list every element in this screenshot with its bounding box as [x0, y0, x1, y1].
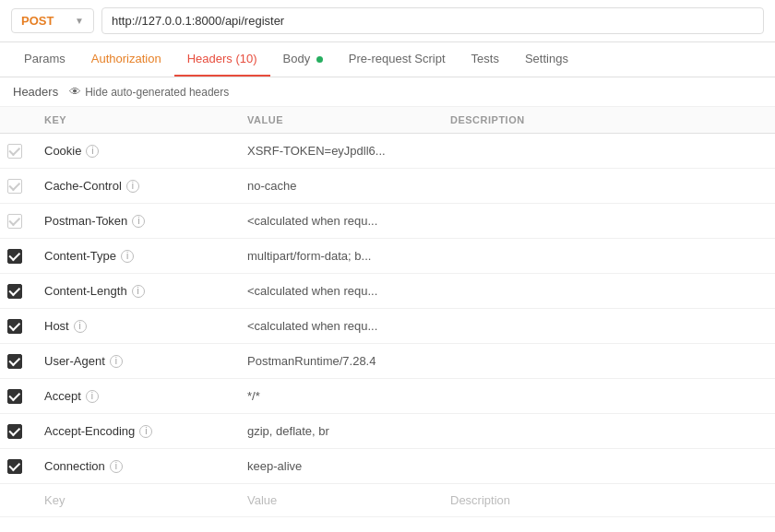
row-1-key: Cache-Control i [37, 171, 240, 200]
row-9-value: keep-alive [240, 452, 443, 480]
row-7-key: Accept i [37, 382, 240, 410]
row-8-description [443, 424, 775, 439]
headers-table: KEY VALUE DESCRIPTION Cookie i XSRF-TOKE… [0, 107, 775, 517]
top-bar: POST ▼ [0, 0, 775, 42]
table-empty-row: Key Value Description [0, 484, 775, 517]
row-5-checkbox-cell [0, 312, 37, 341]
row-0-key: Cookie i [37, 136, 240, 165]
table-row: Cookie i XSRF-TOKEN=eyJpdll6... [0, 134, 775, 169]
row-6-checkbox[interactable] [7, 354, 22, 369]
row-3-description [443, 249, 775, 264]
row-0-info-icon[interactable]: i [86, 145, 99, 158]
row-1-checkbox[interactable] [7, 179, 22, 194]
row-6-description [443, 354, 775, 369]
method-label: POST [21, 14, 54, 28]
table-row: Postman-Token i <calculated when requ... [0, 204, 775, 239]
row-6-checkbox-cell [0, 347, 37, 376]
eye-icon: 👁 [69, 85, 81, 99]
row-2-checkbox[interactable] [7, 214, 22, 229]
tab-params[interactable]: Params [11, 42, 78, 77]
row-1-info-icon[interactable]: i [126, 180, 139, 193]
tab-pre-request[interactable]: Pre-request Script [336, 42, 459, 77]
table-row: Content-Type i multipart/form-data; b... [0, 239, 775, 274]
row-7-value: */* [240, 382, 443, 410]
col-header-description: DESCRIPTION [443, 114, 775, 125]
row-5-value: <calculated when requ... [240, 312, 443, 340]
row-4-checkbox[interactable] [7, 284, 22, 299]
table-row: Host i <calculated when requ... [0, 309, 775, 344]
toggle-label: Hide auto-generated headers [85, 86, 229, 99]
row-9-description [443, 459, 775, 474]
row-1-value: no-cache [240, 171, 443, 200]
col-header-checkbox [0, 114, 37, 125]
row-7-checkbox-cell [0, 382, 37, 411]
table-header-row: KEY VALUE DESCRIPTION [0, 107, 775, 134]
row-4-description [443, 284, 775, 299]
table-row: Connection i keep-alive [0, 449, 775, 484]
tab-headers[interactable]: Headers (10) [174, 42, 270, 77]
tab-bar: Params Authorization Headers (10) Body P… [0, 42, 775, 77]
row-8-checkbox-cell [0, 417, 37, 446]
row-5-checkbox[interactable] [7, 319, 22, 334]
sub-header-label: Headers [13, 85, 58, 99]
row-2-info-icon[interactable]: i [132, 215, 145, 228]
row-2-value: <calculated when requ... [240, 207, 443, 235]
row-8-value: gzip, deflate, br [240, 417, 443, 445]
row-9-checkbox[interactable] [7, 459, 22, 474]
row-4-info-icon[interactable]: i [132, 285, 145, 298]
row-4-key: Content-Length i [37, 277, 240, 305]
tab-body[interactable]: Body [270, 42, 336, 77]
row-3-checkbox[interactable] [7, 249, 22, 264]
body-dot-indicator [316, 56, 323, 63]
tab-tests[interactable]: Tests [459, 42, 512, 77]
method-chevron-icon: ▼ [75, 16, 84, 26]
row-0-checkbox[interactable] [7, 144, 22, 159]
url-input[interactable] [101, 7, 764, 34]
row-6-value: PostmanRuntime/7.28.4 [240, 347, 443, 375]
col-header-key: KEY [37, 114, 240, 125]
row-2-description [443, 214, 775, 229]
row-2-checkbox-cell [0, 207, 37, 236]
row-1-description [443, 179, 775, 194]
empty-checkbox-cell [0, 493, 37, 508]
row-9-checkbox-cell [0, 452, 37, 481]
row-8-checkbox[interactable] [7, 424, 22, 439]
row-5-info-icon[interactable]: i [74, 320, 87, 333]
row-6-info-icon[interactable]: i [110, 355, 123, 368]
table-row: Cache-Control i no-cache [0, 169, 775, 204]
row-6-key: User-Agent i [37, 347, 240, 375]
row-0-checkbox-cell [0, 136, 37, 166]
row-8-key: Accept-Encoding i [37, 417, 240, 445]
row-2-key: Postman-Token i [37, 207, 240, 235]
row-7-info-icon[interactable]: i [86, 390, 99, 403]
table-row: Accept-Encoding i gzip, deflate, br [0, 414, 775, 449]
row-3-key: Content-Type i [37, 242, 240, 270]
table-row: Accept i */* [0, 379, 775, 414]
row-9-info-icon[interactable]: i [110, 460, 123, 473]
tab-authorization[interactable]: Authorization [78, 42, 174, 77]
row-1-checkbox-cell [0, 171, 37, 201]
row-5-key: Host i [37, 312, 240, 340]
row-0-value: XSRF-TOKEN=eyJpdll6... [240, 136, 443, 165]
toggle-autogenerated-btn[interactable]: 👁 Hide auto-generated headers [69, 85, 229, 99]
row-4-checkbox-cell [0, 277, 37, 306]
row-3-checkbox-cell [0, 242, 37, 271]
row-4-value: <calculated when requ... [240, 277, 443, 305]
col-header-value: VALUE [240, 114, 443, 125]
row-8-info-icon[interactable]: i [139, 425, 152, 438]
tab-settings[interactable]: Settings [512, 42, 581, 77]
method-select[interactable]: POST ▼ [11, 8, 94, 33]
row-9-key: Connection i [37, 452, 240, 480]
row-3-info-icon[interactable]: i [121, 250, 134, 263]
empty-desc-cell[interactable]: Description [443, 486, 775, 514]
row-7-checkbox[interactable] [7, 389, 22, 404]
table-row: Content-Length i <calculated when requ..… [0, 274, 775, 309]
row-0-description [443, 144, 775, 159]
sub-header: Headers 👁 Hide auto-generated headers [0, 77, 775, 107]
row-5-description [443, 319, 775, 334]
row-3-value: multipart/form-data; b... [240, 242, 443, 270]
table-row: User-Agent i PostmanRuntime/7.28.4 [0, 344, 775, 379]
empty-key-cell[interactable]: Key [37, 486, 240, 514]
empty-value-cell[interactable]: Value [240, 486, 443, 514]
row-7-description [443, 389, 775, 404]
